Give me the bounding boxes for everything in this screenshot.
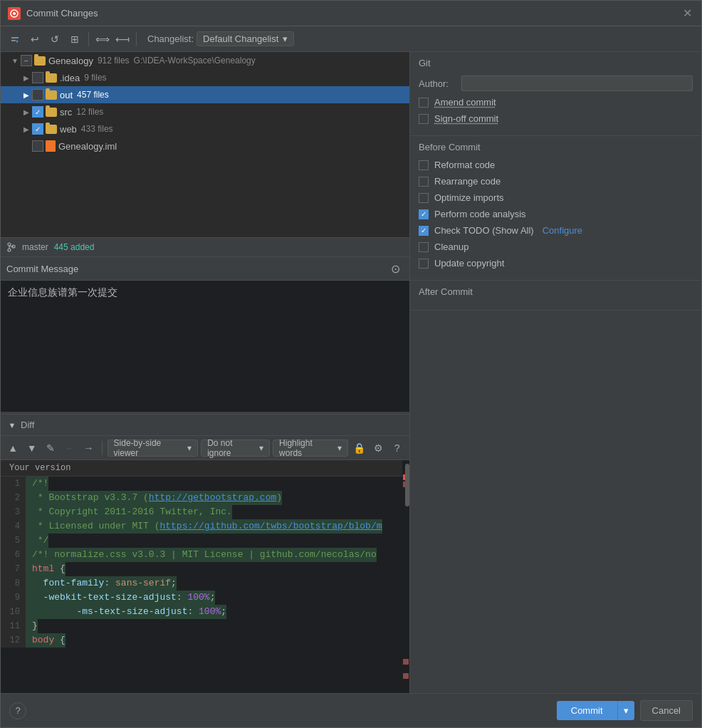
- cancel-button[interactable]: Cancel: [640, 700, 693, 721]
- tree-item-out[interactable]: ▶ out 457 files: [1, 86, 409, 103]
- author-input[interactable]: [461, 76, 693, 91]
- commit-btn-group: Commit ▾: [557, 701, 634, 720]
- tree-item-idea[interactable]: ▶ .idea 9 files: [1, 69, 409, 86]
- bottom-left: ?: [9, 702, 26, 719]
- tree-path-genealogy: G:\IDEA-WorkSpace\Genealogy: [134, 56, 256, 66]
- tree-count-web: 433 files: [81, 124, 113, 134]
- analyze-checkbox[interactable]: [419, 209, 429, 219]
- amend-commit-checkbox[interactable]: [419, 98, 429, 108]
- commit-dropdown-button[interactable]: ▾: [617, 701, 634, 720]
- tree-item-genealogy[interactable]: ▼ − Genealogy 912 files G:\IDEA-WorkSpac…: [1, 52, 409, 69]
- diff-collapse-button[interactable]: ▼: [6, 420, 18, 431]
- reformat-checkbox[interactable]: [419, 160, 429, 170]
- rearrange-row: Rearrange code: [419, 176, 693, 187]
- cleanup-checkbox[interactable]: [419, 242, 429, 252]
- dialog-title: Commit Changes: [26, 8, 680, 19]
- code-line-8: 8 font-family: sans-serif;: [1, 576, 402, 591]
- diff-content-wrapper: Your version 1 /*! 2 * Bootstrap v3.3.7 …: [1, 460, 409, 693]
- file-tree[interactable]: ▼ − Genealogy 912 files G:\IDEA-WorkSpac…: [1, 52, 409, 237]
- todo-checkbox[interactable]: [419, 226, 429, 236]
- git-status-bar: master 445 added: [1, 237, 409, 257]
- copyright-row: Update copyright: [419, 258, 693, 269]
- optimize-label: Optimize imports: [434, 192, 504, 203]
- configure-link[interactable]: Configure: [543, 225, 582, 236]
- commit-button[interactable]: Commit: [557, 701, 617, 720]
- sep2: [136, 32, 137, 46]
- diff-next-button[interactable]: ▼: [24, 440, 41, 457]
- checkbox-idea[interactable]: [32, 72, 43, 83]
- tree-name-genealogy-iml: Genealogy.iml: [58, 141, 117, 152]
- diff-forward-button[interactable]: →: [80, 440, 97, 457]
- code-line-2: 2 * Bootstrap v3.3.7 (http://getbootstra…: [1, 491, 402, 505]
- bottom-bar: ? Commit ▾ Cancel: [1, 693, 701, 727]
- changelist-label: Changelist:: [147, 33, 194, 44]
- diff-prev-button[interactable]: ▲: [5, 440, 21, 457]
- main-content: ▼ − Genealogy 912 files G:\IDEA-WorkSpac…: [1, 52, 701, 693]
- after-commit-section: After Commit: [410, 281, 701, 311]
- diff-ignore-dropdown[interactable]: Do not ignore ▾: [201, 440, 270, 457]
- optimize-checkbox[interactable]: [419, 193, 429, 203]
- app-icon: [8, 7, 21, 20]
- rearrange-checkbox[interactable]: [419, 177, 429, 187]
- diff-header: ▼ Diff: [1, 415, 409, 436]
- changelist-dropdown-arrow: ▾: [283, 33, 288, 44]
- git-added-badge: 445 added: [54, 242, 95, 252]
- code-line-3: 3 * Copyright 2011-2016 Twitter, Inc.: [1, 505, 402, 519]
- rearrange-label: Rearrange code: [434, 176, 501, 187]
- changelist-value: Default Changelist: [203, 33, 278, 44]
- tree-count-idea: 9 files: [84, 73, 106, 83]
- diff-settings-button[interactable]: ⚙: [370, 440, 387, 457]
- sign-off-row: Sign-off commit: [419, 113, 693, 124]
- checkbox-genealogy-iml[interactable]: [32, 140, 43, 152]
- code-line-10: 10 -ms-text-size-adjust: 100%;: [1, 605, 402, 619]
- group-button[interactable]: ⊞: [66, 31, 83, 48]
- commit-message-input[interactable]: [1, 280, 409, 412]
- tree-item-web[interactable]: ▶ ✓ web 433 files: [1, 120, 409, 137]
- commit-msg-history-button[interactable]: ⊙: [387, 260, 404, 277]
- diff-help-button[interactable]: ?: [389, 440, 405, 457]
- changelist-dropdown[interactable]: Default Changelist ▾: [197, 31, 294, 46]
- refresh-button[interactable]: ↺: [46, 31, 63, 48]
- diff-highlight-dropdown[interactable]: Highlight words ▾: [273, 440, 348, 457]
- before-commit-section: Before Commit Reformat code Rearrange co…: [410, 136, 701, 281]
- move-changes-button[interactable]: [6, 31, 23, 48]
- svg-point-3: [8, 249, 11, 251]
- diff-ignore-value: Do not ignore: [207, 438, 255, 458]
- amend-commit-row: Amend commit: [419, 97, 693, 108]
- expand-button[interactable]: ⟺: [94, 31, 111, 48]
- diff-back-button[interactable]: ←: [62, 440, 78, 457]
- copyright-checkbox[interactable]: [419, 259, 429, 269]
- diff-version-label: Your version: [1, 460, 402, 477]
- checkbox-out[interactable]: [32, 89, 43, 100]
- todo-row: Check TODO (Show All) Configure: [419, 225, 693, 236]
- sign-off-checkbox[interactable]: [419, 114, 429, 124]
- help-button[interactable]: ?: [9, 702, 26, 719]
- diff-lock-button[interactable]: 🔒: [351, 440, 367, 457]
- diff-highlight-arrow: ▾: [337, 443, 342, 453]
- tree-name-src: src: [60, 107, 72, 118]
- todo-label: Check TODO (Show All): [434, 225, 534, 236]
- diff-edit-button[interactable]: ✎: [43, 440, 59, 457]
- checkbox-genealogy[interactable]: −: [21, 55, 32, 66]
- diff-code-view[interactable]: Your version 1 /*! 2 * Bootstrap v3.3.7 …: [1, 460, 402, 693]
- main-toolbar: ↩ ↺ ⊞ ⟺ ⟻ Changelist: Default Changelist…: [1, 26, 701, 52]
- folder-icon-out: [46, 90, 57, 100]
- folder-icon-web: [46, 125, 57, 134]
- left-panel: ▼ − Genealogy 912 files G:\IDEA-WorkSpac…: [1, 52, 410, 693]
- optimize-row: Optimize imports: [419, 192, 693, 203]
- code-line-1: 1 /*!: [1, 477, 402, 491]
- commit-msg-label: Commit Message: [6, 264, 78, 274]
- checkbox-web[interactable]: ✓: [32, 123, 43, 135]
- tree-item-src[interactable]: ▶ ✓ src 12 files: [1, 103, 409, 120]
- diff-scrollbar[interactable]: [402, 460, 409, 693]
- collapse-button[interactable]: ⟻: [114, 31, 131, 48]
- undo-button[interactable]: ↩: [26, 31, 43, 48]
- code-line-5: 5 */: [1, 534, 402, 548]
- bottom-right: Commit ▾ Cancel: [557, 700, 693, 721]
- tree-item-genealogy-iml[interactable]: Genealogy.iml: [1, 137, 409, 155]
- checkbox-src[interactable]: ✓: [32, 106, 43, 118]
- right-panel: Git Author: Amend commit Sign-off commit…: [410, 52, 701, 693]
- tree-arrow-src: ▶: [21, 106, 32, 118]
- close-button[interactable]: ✕: [680, 6, 694, 21]
- diff-viewer-dropdown[interactable]: Side-by-side viewer ▾: [108, 440, 199, 457]
